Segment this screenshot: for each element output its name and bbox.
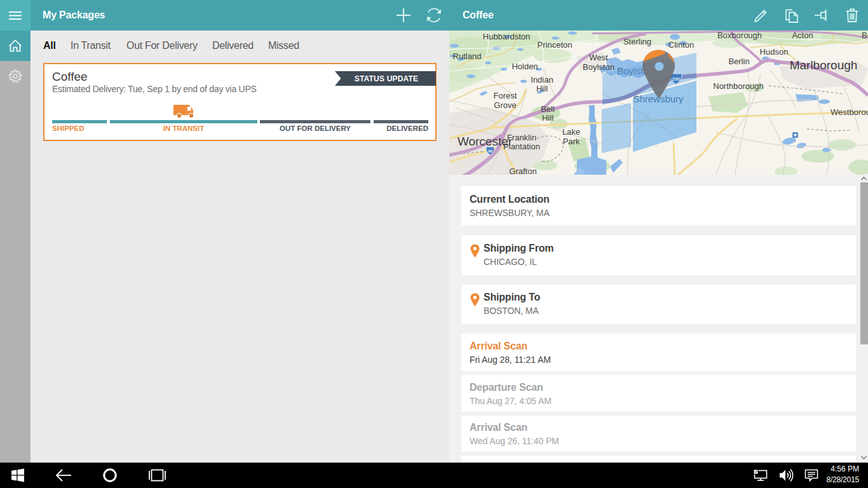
svg-text:Hill: Hill bbox=[536, 84, 548, 93]
svg-text:Boylston: Boylston bbox=[583, 62, 614, 72]
svg-text:Hudson: Hudson bbox=[760, 47, 789, 57]
svg-text:Worcester: Worcester bbox=[458, 135, 513, 148]
svg-text:Northborough: Northborough bbox=[713, 81, 764, 91]
svg-text:Sterling: Sterling bbox=[623, 37, 651, 46]
svg-text:Lake: Lake bbox=[562, 127, 580, 137]
svg-text:Boxborough: Boxborough bbox=[717, 30, 762, 40]
svg-text:Clinton: Clinton bbox=[668, 40, 694, 50]
svg-text:Bell: Bell bbox=[541, 104, 555, 114]
svg-text:West: West bbox=[589, 53, 608, 62]
svg-text:Indian: Indian bbox=[531, 75, 553, 85]
svg-text:Princeton: Princeton bbox=[538, 40, 573, 50]
svg-text:290: 290 bbox=[672, 76, 680, 82]
svg-text:Westborough: Westborough bbox=[831, 107, 868, 117]
svg-text:Grafton: Grafton bbox=[509, 166, 536, 175]
svg-text:STATUS UPDATE: STATUS UPDATE bbox=[355, 74, 419, 83]
svg-text:Bed: Bed bbox=[862, 30, 868, 40]
svg-text:Grove: Grove bbox=[494, 100, 516, 110]
svg-text:Acton: Acton bbox=[792, 30, 813, 40]
svg-text:Hubbardston: Hubbardston bbox=[483, 32, 530, 41]
svg-text:Hill: Hill bbox=[542, 113, 553, 123]
svg-text:90: 90 bbox=[488, 149, 492, 153]
svg-text:Forest: Forest bbox=[494, 91, 517, 100]
svg-text:Holden: Holden bbox=[512, 62, 538, 71]
svg-text:Marlborough: Marlborough bbox=[790, 58, 858, 72]
svg-text:Park: Park bbox=[563, 137, 580, 146]
svg-text:Berlin: Berlin bbox=[728, 57, 749, 66]
svg-text:Rutland: Rutland bbox=[453, 51, 482, 61]
